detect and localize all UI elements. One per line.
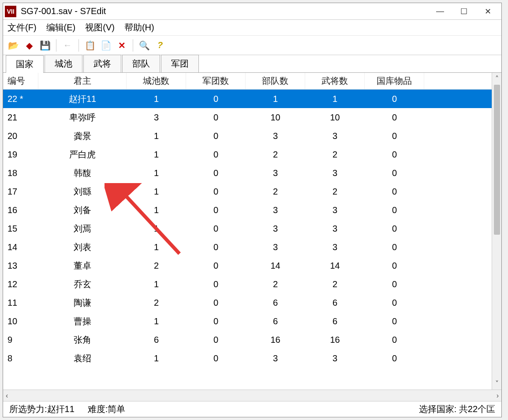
tabbar: 国家城池武将部队军团 <box>3 55 501 73</box>
column-header[interactable]: 部队数 <box>246 73 305 89</box>
cell: 3 <box>305 353 365 364</box>
cell: 10 <box>246 112 305 123</box>
table-row[interactable]: 13董卓2014140 <box>3 256 492 275</box>
cell: 董卓 <box>38 260 127 272</box>
diamond-icon[interactable]: ◆ <box>22 39 36 52</box>
cell: 10 <box>305 112 365 123</box>
cell: 1 <box>127 242 186 252</box>
cell: 0 <box>186 298 246 308</box>
table-row[interactable]: 16刘备10330 <box>3 201 492 219</box>
scroll-right-icon[interactable]: › <box>497 392 499 400</box>
column-header[interactable]: 城池数 <box>127 73 186 89</box>
column-header[interactable]: 君主 <box>38 73 127 89</box>
column-header[interactable]: 武将数 <box>305 73 365 89</box>
column-header[interactable]: 军团数 <box>186 73 246 89</box>
scroll-left-icon[interactable]: ‹ <box>6 392 8 400</box>
tab-军团[interactable]: 军团 <box>161 55 199 72</box>
cell: 曹操 <box>38 315 127 327</box>
cell: 15 <box>3 224 38 234</box>
cell: 1 <box>127 353 186 364</box>
table-row[interactable]: 11陶谦20660 <box>3 293 492 312</box>
cell: 2 <box>127 261 186 271</box>
cell: 1 <box>127 205 186 215</box>
help-icon[interactable]: ? <box>153 39 167 52</box>
cell: 1 <box>305 94 365 104</box>
table-row[interactable]: 15刘焉10330 <box>3 219 492 238</box>
cell: 刘备 <box>38 204 127 216</box>
cell: 3 <box>246 131 305 141</box>
cell: 0 <box>365 168 424 178</box>
table-header: 编号君主城池数军团数部队数武将数国库物品 <box>3 73 492 90</box>
table-row[interactable]: 8袁绍10330 <box>3 349 492 368</box>
table-row[interactable]: 12乔玄10220 <box>3 275 492 293</box>
scroll-thumb[interactable] <box>494 85 500 235</box>
tab-城池[interactable]: 城池 <box>45 55 82 72</box>
save-icon[interactable]: 💾 <box>38 39 52 52</box>
cell: 14 <box>246 261 305 271</box>
cell: 6 <box>127 335 186 345</box>
cell: 乔玄 <box>38 278 127 290</box>
table-row[interactable]: 14刘表10330 <box>3 238 492 256</box>
cell: 3 <box>305 242 365 252</box>
cell: 1 <box>127 150 186 160</box>
tab-部队[interactable]: 部队 <box>122 55 160 72</box>
cell: 0 <box>186 150 246 160</box>
cell: 16 <box>305 335 365 345</box>
menu-view[interactable]: 视图(V) <box>85 22 115 34</box>
table-row[interactable]: 19严白虎10220 <box>3 145 492 164</box>
cell: 3 <box>305 168 365 178</box>
cell: 刘焉 <box>38 223 127 235</box>
cell: 0 <box>186 187 246 197</box>
cell: 1 <box>246 94 305 104</box>
paste-icon[interactable]: 📄 <box>99 39 112 52</box>
status-selected-force: 所选势力:赵扞11 <box>9 403 75 415</box>
cell: 袁绍 <box>38 352 127 364</box>
table-row[interactable]: 18韩馥10330 <box>3 164 492 182</box>
table-row[interactable]: 10曹操10660 <box>3 312 492 330</box>
table-row[interactable]: 17刘繇10220 <box>3 182 492 201</box>
cell: 刘表 <box>38 241 127 253</box>
maximize-button[interactable]: ☐ <box>452 4 476 19</box>
cell: 6 <box>246 298 305 308</box>
cell: 14 <box>305 261 365 271</box>
delete-icon[interactable]: ✕ <box>115 39 128 52</box>
statusbar: 所选势力:赵扞11 难度:简单 选择国家: 共22个匞 <box>3 401 501 417</box>
horizontal-scrollbar[interactable]: ‹ › <box>3 390 501 401</box>
menu-edit[interactable]: 编辑(E) <box>46 22 76 34</box>
copy-icon[interactable]: 📋 <box>83 39 97 52</box>
cell: 0 <box>365 131 424 141</box>
tab-武将[interactable]: 武将 <box>83 55 121 72</box>
cell: 0 <box>186 353 246 364</box>
cell: 0 <box>186 279 246 289</box>
table-row[interactable]: 9张角6016160 <box>3 330 492 349</box>
cell: 0 <box>365 224 424 234</box>
table-row[interactable]: 21卑弥呼3010100 <box>3 108 492 127</box>
menu-help[interactable]: 帮助(H) <box>124 22 154 34</box>
scroll-down-icon[interactable]: ˅ <box>495 379 499 388</box>
separator <box>56 39 56 52</box>
minimize-button[interactable]: — <box>428 4 452 19</box>
cell: 2 <box>305 187 365 197</box>
close-button[interactable]: ✕ <box>476 4 500 19</box>
open-icon[interactable]: 📂 <box>7 39 20 52</box>
menubar: 文件(F) 编辑(E) 视图(V) 帮助(H) <box>3 20 501 36</box>
tab-国家[interactable]: 国家 <box>6 55 44 73</box>
cell: 19 <box>3 150 38 160</box>
cell: 3 <box>246 353 305 364</box>
column-header[interactable]: 编号 <box>3 73 38 89</box>
cell: 0 <box>186 168 246 178</box>
cell: 0 <box>365 242 424 252</box>
column-header[interactable]: 国库物品 <box>365 73 424 89</box>
cell: 0 <box>365 94 424 104</box>
vertical-scrollbar[interactable]: ˄ ˅ <box>492 73 501 390</box>
cell: 0 <box>365 279 424 289</box>
table-row[interactable]: 20龚景10330 <box>3 127 492 145</box>
cell: 0 <box>365 261 424 271</box>
back-icon[interactable]: ← <box>61 39 74 52</box>
table-row[interactable]: 22 *赵扞1110110 <box>3 90 492 108</box>
scroll-up-icon[interactable]: ˄ <box>495 75 499 83</box>
menu-file[interactable]: 文件(F) <box>7 22 37 34</box>
search-icon[interactable]: 🔍 <box>138 39 151 52</box>
cell: 卑弥呼 <box>38 112 127 124</box>
cell: 13 <box>3 261 38 271</box>
